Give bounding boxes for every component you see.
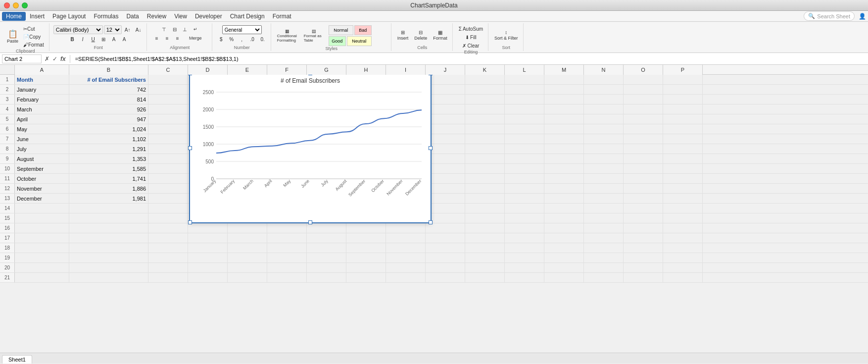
col-header-g[interactable]: G [307, 65, 346, 75]
close-button[interactable] [4, 2, 10, 8]
cell-k-10[interactable] [465, 164, 505, 173]
cell-b-2[interactable]: 742 [69, 85, 148, 94]
menu-developer[interactable]: Developer [191, 12, 226, 21]
cell-h-21[interactable] [346, 273, 386, 282]
number-format-select[interactable]: General [222, 25, 262, 34]
cell-d-21[interactable] [188, 273, 228, 282]
col-header-d[interactable]: D [188, 65, 228, 75]
col-header-k[interactable]: K [465, 65, 505, 75]
cell-h-17[interactable] [346, 233, 386, 243]
cell-b-9[interactable]: 1,353 [69, 154, 148, 163]
formula-confirm-icon[interactable]: ✓ [51, 55, 58, 62]
chart-handle-br[interactable] [429, 220, 433, 224]
cell-c-7[interactable] [148, 134, 188, 144]
cell-k-2[interactable] [465, 85, 505, 94]
cell-k-19[interactable] [465, 253, 505, 262]
cell-b-21[interactable] [69, 273, 148, 282]
menu-formulas[interactable]: Formulas [90, 12, 122, 21]
cell-a-1[interactable]: Month [15, 75, 69, 84]
currency-button[interactable]: $ [216, 35, 226, 43]
cell-a-11[interactable]: October [15, 174, 69, 183]
cell-n-19[interactable] [584, 253, 624, 262]
chart-handle-mr[interactable] [429, 146, 433, 150]
cell-p-2[interactable] [663, 85, 703, 94]
cell-a-10[interactable]: September [15, 164, 69, 173]
cell-l-15[interactable] [505, 213, 544, 223]
cell-o-3[interactable] [624, 95, 663, 104]
cell-d-17[interactable] [188, 233, 228, 243]
window-controls[interactable] [4, 2, 28, 8]
cell-k-6[interactable] [465, 124, 505, 134]
cell-c-16[interactable] [148, 223, 188, 233]
cell-k-7[interactable] [465, 134, 505, 144]
col-header-i[interactable]: I [386, 65, 426, 75]
cell-m-18[interactable] [544, 243, 584, 253]
cell-j-12[interactable] [426, 184, 465, 193]
cell-b-11[interactable]: 1,741 [69, 174, 148, 183]
cell-d-16[interactable] [188, 223, 228, 233]
cell-c-10[interactable] [148, 164, 188, 173]
underline-button[interactable]: U [88, 35, 98, 43]
cell-k-3[interactable] [465, 95, 505, 104]
cell-j-5[interactable] [426, 114, 465, 124]
wrap-text-button[interactable]: ↵ [191, 25, 200, 33]
cell-n-4[interactable] [584, 104, 624, 114]
col-header-a[interactable]: A [15, 65, 69, 75]
cell-a-6[interactable]: May [15, 124, 69, 134]
cell-b-19[interactable] [69, 253, 148, 262]
maximize-button[interactable] [22, 2, 28, 8]
cell-c-11[interactable] [148, 174, 188, 183]
cell-a-16[interactable] [15, 223, 69, 233]
menu-insert[interactable]: Insert [26, 12, 48, 21]
cell-o-6[interactable] [624, 124, 663, 134]
cell-i-19[interactable] [386, 253, 426, 262]
cell-c-3[interactable] [148, 95, 188, 104]
cell-o-13[interactable] [624, 194, 663, 203]
name-box[interactable] [2, 54, 42, 63]
cell-p-11[interactable] [663, 174, 703, 183]
cell-c-4[interactable] [148, 104, 188, 114]
align-bottom-button[interactable]: ⊥ [180, 25, 190, 33]
cell-k-14[interactable] [465, 204, 505, 213]
cell-p-10[interactable] [663, 164, 703, 173]
formula-cancel-icon[interactable]: ✗ [44, 55, 50, 62]
cell-p-13[interactable] [663, 194, 703, 203]
cell-b-4[interactable]: 926 [69, 104, 148, 114]
normal-style[interactable]: Normal [329, 25, 353, 35]
increase-font-button[interactable]: A↑ [123, 26, 133, 34]
chart-handle-bl[interactable] [188, 220, 192, 224]
cell-l-21[interactable] [505, 273, 544, 282]
cell-l-10[interactable] [505, 164, 544, 173]
cell-l-5[interactable] [505, 114, 544, 124]
cell-k-4[interactable] [465, 104, 505, 114]
cell-b-17[interactable] [69, 233, 148, 243]
cell-c-8[interactable] [148, 144, 188, 154]
cell-l-8[interactable] [505, 144, 544, 154]
cell-l-16[interactable] [505, 223, 544, 233]
cell-p-18[interactable] [663, 243, 703, 253]
cell-a-14[interactable] [15, 204, 69, 213]
cell-l-13[interactable] [505, 194, 544, 203]
cell-g-18[interactable] [307, 243, 346, 253]
cell-a-17[interactable] [15, 233, 69, 243]
cell-p-15[interactable] [663, 213, 703, 223]
cell-f-17[interactable] [267, 233, 307, 243]
clear-button[interactable]: ✗ Clear [460, 42, 481, 50]
cell-j-13[interactable] [426, 194, 465, 203]
menu-chart-design[interactable]: Chart Design [226, 12, 269, 21]
search-box[interactable]: 🔍 Search Sheet [804, 11, 855, 21]
cell-m-11[interactable] [544, 174, 584, 183]
cell-b-6[interactable]: 1,024 [69, 124, 148, 134]
cell-a-9[interactable]: August [15, 154, 69, 163]
cell-n-7[interactable] [584, 134, 624, 144]
cell-c-12[interactable] [148, 184, 188, 193]
cell-n-5[interactable] [584, 114, 624, 124]
increase-decimal-button[interactable]: .0 [247, 35, 257, 43]
align-left-button[interactable]: ≡ [152, 34, 162, 42]
font-size-select[interactable]: 12 [104, 25, 122, 34]
cell-m-14[interactable] [544, 204, 584, 213]
cell-j-7[interactable] [426, 134, 465, 144]
cell-l-6[interactable] [505, 124, 544, 134]
align-middle-button[interactable]: ⊟ [170, 25, 180, 33]
cell-m-8[interactable] [544, 144, 584, 154]
